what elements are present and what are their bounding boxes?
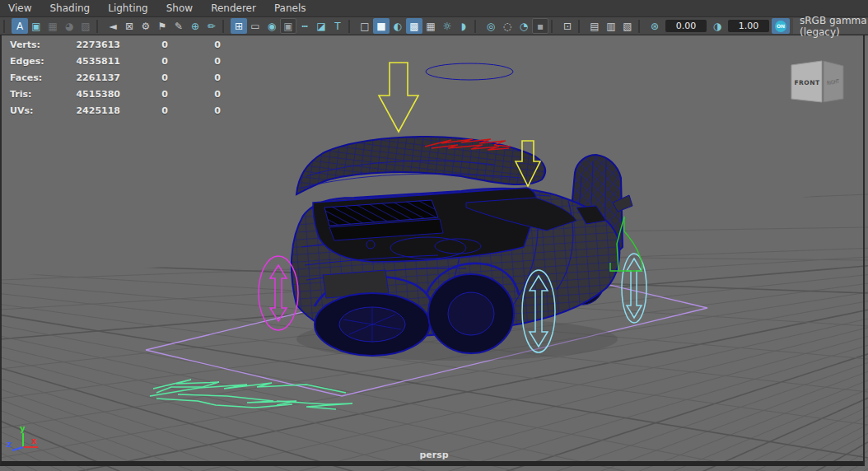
menu-renderer[interactable]: Renderer bbox=[211, 2, 266, 14]
wireframe-mode-icon[interactable]: □ bbox=[357, 18, 373, 34]
menu-view[interactable]: View bbox=[8, 2, 41, 14]
multisample-aa-icon[interactable]: ▪ bbox=[532, 18, 548, 34]
panel-top-bars: ViewShadingLightingShowRendererPanels A▣… bbox=[0, 0, 868, 35]
image-layers-icon[interactable]: ▨ bbox=[77, 18, 94, 34]
hud-value: 0 bbox=[168, 105, 221, 116]
hud-value: 0 bbox=[168, 56, 221, 67]
camera-name-label: persp bbox=[0, 450, 868, 460]
axis-y-label: y bbox=[20, 424, 26, 433]
hud-row: Verts:227361300 bbox=[10, 36, 221, 53]
screen-space-ao-icon[interactable]: ◎ bbox=[483, 18, 499, 34]
aa-quality-icon[interactable]: A bbox=[12, 18, 28, 34]
menu-panels[interactable]: Panels bbox=[274, 2, 316, 14]
menu-shading[interactable]: Shading bbox=[49, 2, 100, 14]
select-camera-icon[interactable]: ◄ bbox=[105, 18, 121, 34]
use-all-lights-icon[interactable]: ☼ bbox=[439, 18, 455, 34]
wireframe-on-shaded-icon[interactable]: ◐ bbox=[390, 18, 406, 34]
motion-blur-icon[interactable]: ◔ bbox=[516, 18, 532, 34]
hud-row: Faces:226113700 bbox=[10, 69, 221, 86]
hud-value: 4515380 bbox=[69, 89, 120, 100]
yellow-down-arrow-large[interactable] bbox=[379, 63, 418, 132]
hud-value: 0 bbox=[120, 72, 168, 83]
image-plane-icon[interactable]: ✎ bbox=[170, 18, 187, 34]
snapshot-1-icon[interactable]: ▤ bbox=[586, 18, 603, 34]
hud-value: 2425118 bbox=[69, 105, 120, 116]
hud-label: Faces: bbox=[10, 72, 69, 83]
car-model-wireframe[interactable] bbox=[292, 137, 632, 356]
hud-value: 0 bbox=[120, 105, 168, 116]
hud-value: 0 bbox=[120, 89, 168, 100]
toolbar-separator bbox=[96, 20, 103, 33]
toolbar-separator bbox=[551, 20, 558, 33]
hud-toggle-icon[interactable]: T bbox=[329, 18, 346, 34]
hud-value: 2261137 bbox=[69, 72, 120, 83]
hud-value: 0 bbox=[168, 40, 221, 50]
toolbar-separator bbox=[638, 20, 645, 33]
camera-attributes-icon[interactable]: ⚙ bbox=[138, 18, 154, 34]
gamma-field[interactable]: 1.00 bbox=[728, 20, 769, 32]
hud-row: Edges:453581100 bbox=[10, 53, 221, 69]
gamma-icon[interactable]: ◑ bbox=[709, 18, 726, 34]
use-default-material-icon[interactable]: ▦ bbox=[422, 18, 439, 34]
panel-toolbar: A▣▦◕▨◄⊠⚙⚑✎⊕✏⊞▭◉▣┅◪T□■◐▩▦☼◗◎◌◔▪⊡▤▥▧⊛0.00◑… bbox=[0, 17, 868, 35]
menu-lighting[interactable]: Lighting bbox=[108, 2, 158, 14]
toolbar-separator bbox=[222, 20, 229, 33]
textured-mode-icon[interactable]: ▩ bbox=[406, 18, 422, 34]
field-chart-icon[interactable]: ┅ bbox=[296, 18, 313, 34]
hud-value: 0 bbox=[168, 72, 221, 83]
grid-toggle-icon[interactable]: ⊞ bbox=[231, 18, 247, 34]
toolbar-separator bbox=[474, 20, 481, 33]
hud-value: 0 bbox=[168, 89, 221, 100]
toolbar-separator bbox=[3, 20, 10, 33]
axis-z-label: z bbox=[7, 440, 12, 449]
hud-value: 4535811 bbox=[69, 56, 120, 67]
hud-value: 2273613 bbox=[69, 40, 120, 50]
selection-highlight-icon[interactable]: ▣ bbox=[28, 18, 44, 34]
camera-bookmarks-icon[interactable]: ⚑ bbox=[154, 18, 170, 34]
hud-label: UVs: bbox=[10, 105, 69, 116]
backface-culling-icon[interactable]: ◕ bbox=[61, 18, 77, 34]
hud-value: 0 bbox=[120, 56, 168, 67]
axis-triad: y x z bbox=[7, 424, 38, 450]
hud-row: UVs:242511800 bbox=[10, 102, 221, 119]
hud-row: Tris:451538000 bbox=[10, 86, 221, 102]
grease-pencil-icon[interactable]: ✏ bbox=[203, 18, 220, 34]
panel-menubar: ViewShadingLightingShowRendererPanels bbox=[0, 0, 868, 17]
exposure-icon[interactable]: ⊛ bbox=[646, 18, 663, 34]
lock-camera-icon[interactable]: ⊠ bbox=[121, 18, 138, 34]
view-cube-front-face: FRONT bbox=[794, 79, 820, 86]
snapshot-2-icon[interactable]: ▥ bbox=[603, 18, 619, 34]
snapshot-3-icon[interactable]: ▧ bbox=[619, 18, 636, 34]
toolbar-separator bbox=[578, 20, 585, 33]
shaded-mode-icon[interactable]: ■ bbox=[373, 18, 390, 34]
axis-x-label: x bbox=[31, 436, 37, 445]
pan-zoom-icon[interactable]: ⊕ bbox=[187, 18, 203, 34]
depth-of-field-icon[interactable]: ◌ bbox=[499, 18, 516, 34]
toolbar-separator bbox=[348, 20, 355, 33]
color-management-toggle[interactable]: ON bbox=[772, 18, 790, 34]
hud-label: Edges: bbox=[10, 56, 69, 67]
view-cube[interactable]: FRONT RIGHT bbox=[791, 61, 843, 102]
view-transform-select[interactable]: sRGB gamma (legacy) bbox=[793, 18, 868, 34]
top-circle-curve[interactable] bbox=[426, 63, 513, 80]
menu-show[interactable]: Show bbox=[166, 2, 203, 14]
shadows-icon[interactable]: ◗ bbox=[455, 18, 472, 34]
safe-action-icon[interactable]: ◪ bbox=[313, 18, 329, 34]
hud-poly-count: Verts:227361300Edges:453581100Faces:2261… bbox=[10, 36, 221, 119]
exposure-field[interactable]: 0.00 bbox=[665, 20, 707, 32]
film-gate-icon[interactable]: ▭ bbox=[247, 18, 264, 34]
hud-label: Tris: bbox=[10, 89, 69, 100]
hud-value: 0 bbox=[120, 40, 168, 50]
gate-mask-icon[interactable]: ▣ bbox=[280, 18, 296, 34]
ground-scribble-curve[interactable] bbox=[150, 380, 352, 409]
isolate-select-icon[interactable]: ⊡ bbox=[559, 18, 576, 34]
resolution-gate-icon[interactable]: ◉ bbox=[264, 18, 280, 34]
hud-label: Verts: bbox=[10, 40, 69, 50]
maya-viewport-window: { "menubar": {"items": ["View", "Shading… bbox=[0, 0, 868, 471]
xray-mode-icon[interactable]: ▦ bbox=[44, 18, 61, 34]
